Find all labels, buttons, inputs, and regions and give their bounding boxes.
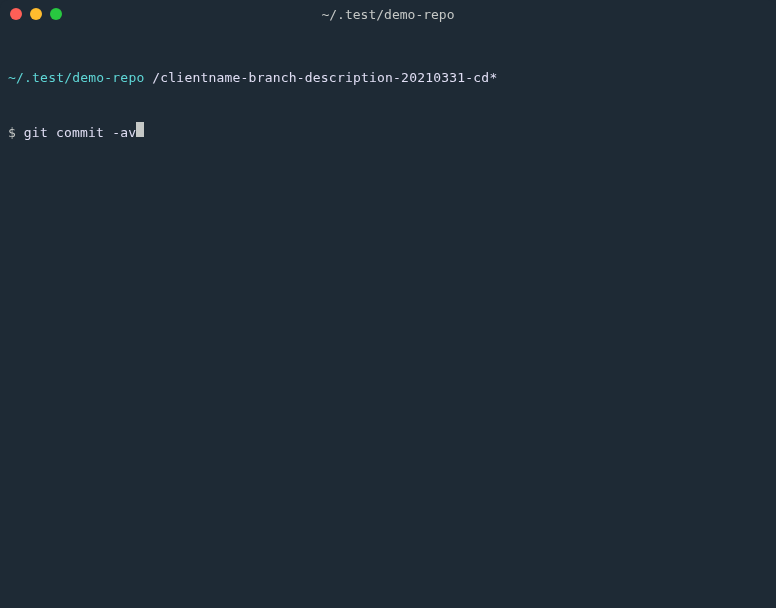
minimize-icon[interactable] [30,8,42,20]
git-branch-info: /clientname-branch-description-20210331-… [152,69,497,87]
cursor-icon [136,122,144,137]
prompt-line: ~/.test/demo-repo /clientname-branch-des… [8,69,768,87]
traffic-lights [10,8,62,20]
command-input[interactable]: git commit -av [24,124,136,142]
close-icon[interactable] [10,8,22,20]
prompt-symbol: $ [8,124,16,142]
terminal-body[interactable]: ~/.test/demo-repo /clientname-branch-des… [0,28,776,165]
window-title: ~/.test/demo-repo [321,7,454,22]
prompt-path: ~/.test/demo-repo [8,69,144,87]
command-line: $ git commit -av [8,122,768,142]
window-titlebar: ~/.test/demo-repo [0,0,776,28]
maximize-icon[interactable] [50,8,62,20]
